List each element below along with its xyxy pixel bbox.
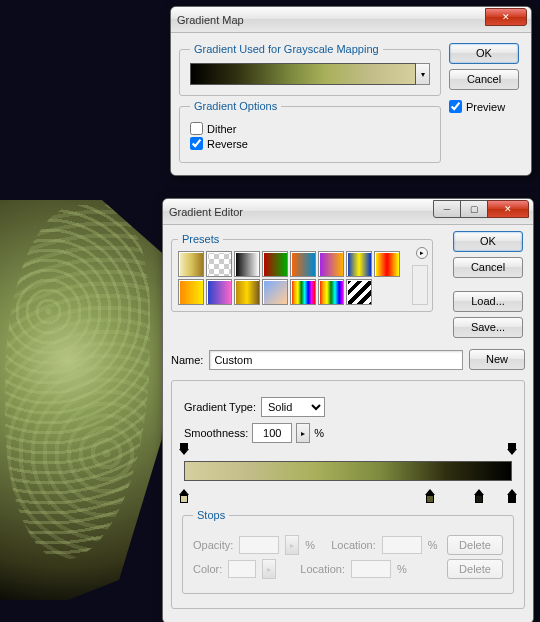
stops-legend: Stops	[193, 509, 229, 521]
preview-checkbox[interactable]: Preview	[449, 100, 523, 113]
gradient-dropdown-arrow[interactable]: ▾	[416, 63, 430, 85]
delete-opacity-stop-button: Delete	[447, 535, 503, 555]
cancel-button[interactable]: Cancel	[453, 257, 523, 278]
opacity-input	[239, 536, 279, 554]
titlebar[interactable]: Gradient Map ✕	[171, 7, 531, 33]
color-popup-icon: ▸	[262, 559, 276, 579]
opacity-stop[interactable]	[179, 449, 189, 459]
preset-swatch-11[interactable]	[262, 279, 288, 305]
opacity-label: Opacity:	[193, 539, 233, 551]
background-artwork	[0, 200, 170, 600]
new-button[interactable]: New	[469, 349, 525, 370]
grayscale-legend: Gradient Used for Grayscale Mapping	[190, 43, 383, 55]
gradient-editor-bar[interactable]	[184, 451, 512, 491]
gradient-bar[interactable]	[184, 461, 512, 481]
preset-swatch-7[interactable]	[374, 251, 400, 277]
preset-swatch-9[interactable]	[206, 279, 232, 305]
preset-swatch-0[interactable]	[178, 251, 204, 277]
gradient-editor-dialog: Gradient Editor ─ ▢ ✕ OK Cancel Load... …	[162, 198, 534, 622]
location-label: Location:	[300, 563, 345, 575]
gradient-map-dialog: Gradient Map ✕ Gradient Used for Graysca…	[170, 6, 532, 176]
name-label: Name:	[171, 354, 203, 366]
presets-scrollbar[interactable]	[412, 265, 428, 305]
dither-checkbox[interactable]: Dither	[190, 122, 430, 135]
load-button[interactable]: Load...	[453, 291, 523, 312]
color-stop[interactable]	[474, 491, 484, 501]
smoothness-input[interactable]	[252, 423, 292, 443]
smoothness-popup-icon[interactable]: ▸	[296, 423, 310, 443]
reverse-checkbox[interactable]: Reverse	[190, 137, 430, 150]
presets-menu-icon[interactable]: ▸	[416, 247, 428, 259]
preset-swatch-8[interactable]	[178, 279, 204, 305]
preset-swatch-14[interactable]	[346, 279, 372, 305]
save-button[interactable]: Save...	[453, 317, 523, 338]
color-stop[interactable]	[425, 491, 435, 501]
ok-button[interactable]: OK	[453, 231, 523, 252]
opacity-stop[interactable]	[507, 449, 517, 459]
percent-label: %	[314, 427, 324, 439]
dither-input[interactable]	[190, 122, 203, 135]
preset-swatch-1[interactable]	[206, 251, 232, 277]
smoothness-label: Smoothness:	[184, 427, 248, 439]
color-stop[interactable]	[179, 491, 189, 501]
preset-swatch-13[interactable]	[318, 279, 344, 305]
color-location-input	[351, 560, 391, 578]
gradient-type-select[interactable]: Solid	[261, 397, 325, 417]
percent-label: %	[305, 539, 315, 551]
percent-label: %	[397, 563, 407, 575]
grayscale-mapping-group: Gradient Used for Grayscale Mapping ▾	[179, 43, 441, 96]
preset-swatch-12[interactable]	[290, 279, 316, 305]
reverse-label: Reverse	[207, 138, 248, 150]
presets-group: Presets ▸	[171, 233, 433, 312]
maximize-button[interactable]: ▢	[460, 200, 488, 218]
dither-label: Dither	[207, 123, 236, 135]
close-button[interactable]: ✕	[485, 8, 527, 26]
preset-swatch-3[interactable]	[262, 251, 288, 277]
dialog-title: Gradient Map	[177, 14, 244, 26]
preset-swatch-5[interactable]	[318, 251, 344, 277]
close-button[interactable]: ✕	[487, 200, 529, 218]
minimize-button[interactable]: ─	[433, 200, 461, 218]
gradient-type-label: Gradient Type:	[184, 401, 256, 413]
presets-legend: Presets	[178, 233, 223, 245]
location-label: Location:	[331, 539, 376, 551]
gradient-options-group: Gradient Options Dither Reverse	[179, 100, 441, 163]
preview-label: Preview	[466, 101, 505, 113]
titlebar[interactable]: Gradient Editor ─ ▢ ✕	[163, 199, 533, 225]
opacity-location-input	[382, 536, 422, 554]
color-label: Color:	[193, 563, 222, 575]
preset-swatch-2[interactable]	[234, 251, 260, 277]
cancel-button[interactable]: Cancel	[449, 69, 519, 90]
preview-input[interactable]	[449, 100, 462, 113]
gradient-type-group: Gradient Type: Solid Smoothness: ▸ % Sto…	[171, 380, 525, 609]
reverse-input[interactable]	[190, 137, 203, 150]
preset-swatch-4[interactable]	[290, 251, 316, 277]
name-input[interactable]	[209, 350, 463, 370]
preset-swatch-6[interactable]	[346, 251, 372, 277]
color-stop[interactable]	[507, 491, 517, 501]
options-legend: Gradient Options	[190, 100, 281, 112]
percent-label: %	[428, 539, 438, 551]
color-well	[228, 560, 256, 578]
ok-button[interactable]: OK	[449, 43, 519, 64]
preset-grid	[178, 251, 402, 305]
delete-color-stop-button: Delete	[447, 559, 503, 579]
stops-group: Stops Opacity: ▸ % Location: % Delete Co…	[182, 509, 514, 594]
preset-swatch-10[interactable]	[234, 279, 260, 305]
dialog-title: Gradient Editor	[169, 206, 243, 218]
opacity-popup-icon: ▸	[285, 535, 299, 555]
gradient-preview[interactable]	[190, 63, 416, 85]
